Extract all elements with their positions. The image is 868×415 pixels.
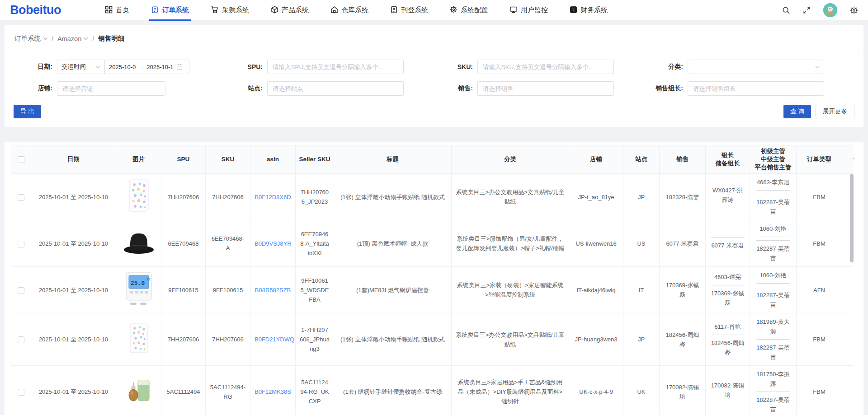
cell-sku: 7HH207606 <box>206 174 250 220</box>
row-checkbox[interactable] <box>18 389 24 396</box>
asin-link[interactable]: B0FD21YDWQ <box>255 336 294 343</box>
filter-card: 订单系统 / Amazon / 销售明细 日期: 交运时间 <box>5 25 863 127</box>
nav-item-purchase[interactable]: 采购系统 <box>200 0 260 21</box>
sku-input[interactable] <box>477 60 614 74</box>
nav-item-home[interactable]: 首页 <box>94 0 140 21</box>
date-range-picker[interactable]: 2025-10-0 → 2025-10-1 <box>104 60 189 74</box>
cell-supervisor: 4663-李东旭 182287-吴蓓苗 <box>750 174 797 220</box>
header-checkbox-cell <box>11 145 31 174</box>
nav-item-listing[interactable]: 刊登系统 <box>379 0 439 21</box>
divider <box>756 190 790 191</box>
cell-leader: WX0427-洪雁涛 <box>706 174 750 220</box>
sales-leader-input[interactable] <box>688 81 824 96</box>
export-button[interactable]: 导 出 <box>14 105 41 118</box>
header-sales: 销售 <box>660 145 706 174</box>
cell-spu: 9FF100615 <box>161 267 206 313</box>
cell-site: UK <box>623 366 660 415</box>
nav-item-finance[interactable]: ¥ 财务系统 <box>559 0 618 21</box>
date-type-select[interactable]: 交运时间 <box>57 60 105 74</box>
order-icon <box>151 6 159 15</box>
cell-spu: 7HH207606 <box>161 174 206 220</box>
finance-yen-icon: ¥ <box>570 6 577 15</box>
header-spu: SPU <box>161 145 206 174</box>
row-checkbox[interactable] <box>18 241 24 247</box>
cell-leader: 4603-谭宪 170369-张铖磊 <box>706 267 750 313</box>
asin-link[interactable]: B0D9VSJ8YR <box>255 240 292 247</box>
category-label: 分类: <box>644 63 688 71</box>
brand-logo[interactable]: Bobeituo <box>10 3 81 17</box>
asin-link[interactable]: B0F12D8X6D <box>255 194 291 201</box>
table-row: 2025-10-01 至 2025-10-10 25.0 :12 9FF1006… <box>11 267 854 313</box>
sku-label: SKU: <box>434 63 477 70</box>
search-icon[interactable] <box>782 6 790 14</box>
filter-panel: 日期: 交运时间 2025-10-0 → 2025-10-1 SPU: <box>5 52 863 127</box>
cell-shop: US-liwenwen16 <box>569 220 623 267</box>
chevron-down-icon <box>815 65 820 69</box>
settings-gear-icon[interactable] <box>850 6 858 14</box>
row-checkbox[interactable] <box>18 287 24 294</box>
cell-title: (1张) 立体浮雕小动物手账贴纸 随机款式 <box>334 174 452 220</box>
supervisor-value: 182287-吴蓓苗 <box>754 290 792 309</box>
divider <box>711 237 745 238</box>
cell-spu: 5AC1112494 <box>161 366 206 415</box>
warehouse-icon <box>330 6 338 15</box>
product-image-sticker-sheet[interactable] <box>129 179 149 212</box>
cell-sales: 170082-陈锡培 <box>660 366 706 415</box>
asin-link[interactable]: B0F12MK38S <box>255 388 291 395</box>
cell-category: 系统类目三>服饰配饰（男/女/儿童配件，婴儿配饰发到婴儿服装）>帽子>礼帽/桶帽 <box>452 220 569 267</box>
row-checkbox[interactable] <box>18 194 24 201</box>
fullscreen-icon[interactable] <box>803 6 811 14</box>
cell-category: 系统类目三>家装（硬装）>家居智能系统>智能温度控制系统 <box>452 267 569 313</box>
nav-item-config[interactable]: 系统配置 <box>439 0 499 21</box>
product-image-sewing-kit[interactable] <box>127 377 151 404</box>
nav-item-user-monitor[interactable]: 用户监控 <box>499 0 559 21</box>
expand-more-button[interactable]: 展开更多 <box>816 105 854 118</box>
nav-label: 产品系统 <box>282 6 309 14</box>
query-button[interactable]: 查 询 <box>783 105 811 118</box>
top-nav: Bobeituo 首页 订单系统 采购系统 <box>0 0 868 21</box>
product-image-top-hat[interactable] <box>123 229 155 255</box>
filter-sales: 销售: <box>434 81 644 96</box>
cell-asin: B0F12MK38S <box>250 366 296 415</box>
filter-sku: SKU: <box>434 60 644 74</box>
nav-item-orders[interactable]: 订单系统 <box>140 0 200 21</box>
row-checkbox[interactable] <box>18 336 24 343</box>
user-avatar[interactable] <box>823 3 837 17</box>
date-to-value: 2025-10-1 <box>146 64 173 70</box>
nav-item-warehouse[interactable]: 仓库系统 <box>320 0 379 21</box>
cell-title: (1张) 立体浮雕小动物手账贴纸 随机款式 <box>334 313 452 366</box>
spu-input[interactable] <box>267 60 404 74</box>
breadcrumb-system[interactable]: 订单系统 <box>14 34 47 43</box>
calendar-icon <box>176 64 183 70</box>
divider <box>711 208 745 208</box>
cell-site: IT <box>623 267 660 313</box>
shop-input[interactable] <box>57 81 165 96</box>
cell-checkbox <box>11 267 31 313</box>
cell-order-qty: 16 <box>842 313 854 366</box>
vertical-scrollbar-thumb[interactable] <box>850 174 854 262</box>
nav-label: 首页 <box>116 6 129 14</box>
breadcrumb-platform[interactable]: Amazon <box>57 35 88 42</box>
nav-label: 仓库系统 <box>341 6 368 14</box>
supervisor-value: 181989-黄大源 <box>754 317 792 336</box>
asin-link[interactable]: B08R582SZB <box>255 287 291 294</box>
category-select[interactable] <box>688 60 824 74</box>
product-image-thermostat[interactable]: 25.0 :12 <box>125 271 153 306</box>
cell-seller-sku: 9FF100615_WDSDEFBA <box>296 267 334 313</box>
product-image-sticker-sheet[interactable] <box>130 323 148 353</box>
cell-supervisor: 181750-李振露 182287-吴蓓苗 <box>750 366 797 415</box>
nav-label: 用户监控 <box>521 6 548 14</box>
cell-sales: 6077-米赛君 <box>660 220 706 267</box>
divider <box>756 237 790 237</box>
sales-input[interactable] <box>477 81 614 96</box>
cell-seller-sku: 1-7HH207606_JPhuang3 <box>296 313 334 366</box>
nav-item-products[interactable]: 产品系统 <box>260 0 320 21</box>
svg-text:25.0: 25.0 <box>131 280 145 286</box>
site-input[interactable] <box>267 81 404 96</box>
leader-value: 170369-张铖磊 <box>710 289 745 308</box>
cell-sku: 9FF100615 <box>206 267 250 313</box>
select-all-checkbox[interactable] <box>18 156 24 163</box>
gear-icon <box>450 6 458 15</box>
cell-asin: B0FD21YDWQ <box>250 313 296 366</box>
cell-seller-sku: 6EE709468-A_YltaitaioXXl <box>296 220 334 267</box>
